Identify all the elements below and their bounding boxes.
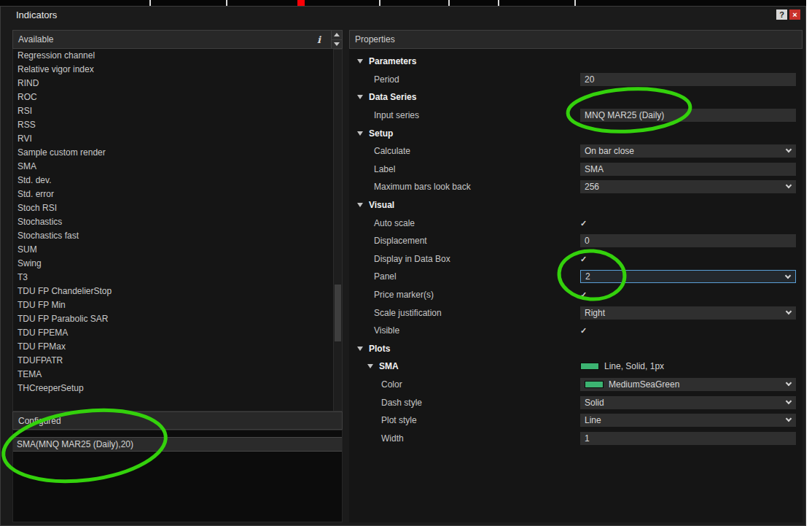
property-label-cell: Label [349,164,580,174]
available-item[interactable]: Relative vigor index [13,63,333,77]
properties-header-label: Properties [355,34,395,45]
property-dropdown[interactable]: 256 [580,180,796,193]
info-icon[interactable]: i [317,34,321,45]
property-dropdown[interactable]: Right [580,306,796,320]
property-value-cell: Line, Solid, 1px [580,361,796,371]
property-value: Right [585,308,605,318]
available-item[interactable]: Std. error [13,187,333,201]
titlebar-buttons: ? × [776,9,800,20]
available-item[interactable]: SUM [13,243,333,257]
available-item[interactable]: Stoch RSI [13,201,333,215]
scrollbar-thumb[interactable] [335,285,341,341]
property-value-cell: 1 [580,432,796,445]
property-label-cell: Displacement [349,236,580,246]
available-item[interactable]: TDU FP Min [13,298,333,312]
collapse-arrow-icon[interactable] [357,203,363,207]
checkbox[interactable]: ✓ [580,255,587,263]
property-row: LabelSMA [349,160,803,179]
available-item[interactable]: TDU FPMax [13,340,333,354]
property-row: Dash styleSolid [349,393,803,411]
property-value-cell: On bar close [580,144,796,158]
checkbox[interactable]: ✓ [580,326,587,335]
property-dropdown[interactable]: 2 [580,270,796,283]
collapse-arrow-icon[interactable] [357,59,363,63]
property-row: Setup [349,124,803,142]
available-item[interactable]: Std. dev. [13,174,333,187]
property-value: Line [585,415,601,425]
property-value-cell: ✓ [580,326,796,335]
arrow-up-icon [334,33,340,36]
chevron-down-icon [786,398,792,403]
property-label: Calculate [349,146,410,156]
background-app-strip [0,0,806,6]
configured-item[interactable]: SMA(MNQ MAR25 (Daily),20) [13,437,342,452]
property-text-input[interactable]: 0 [580,234,796,247]
strip-red-indicator [297,0,305,6]
available-item[interactable]: TDU FPEMA [13,326,333,340]
property-row: Scale justificationRight [349,303,803,322]
available-item[interactable]: TDU FP Parabolic SAR [13,312,333,326]
property-row: Visible✓ [349,322,803,340]
property-label-cell: Setup [349,128,580,139]
properties-header: Properties [349,30,803,49]
property-text-input[interactable]: 20 [580,73,796,86]
dialog-titlebar[interactable]: Indicators ? × [1,7,805,24]
available-item[interactable]: RIND [13,77,333,90]
available-item[interactable]: TEMA [13,368,333,382]
property-value-cell: MNQ MAR25 (Daily) [580,109,796,122]
available-item[interactable]: THCreeperSetup [13,382,333,395]
property-row: Price marker(s)✓ [349,286,803,304]
property-dropdown[interactable]: On bar close [580,144,796,158]
scroll-down-icon[interactable] [332,39,342,49]
section-label: Parameters [369,56,416,66]
property-row: Parameters [349,53,803,71]
available-scrollbar[interactable] [333,49,343,411]
property-dropdown[interactable]: Line [580,414,796,427]
property-label-cell: Visible [349,325,580,336]
property-text-input[interactable]: SMA [580,163,796,176]
collapse-arrow-icon[interactable] [357,131,363,136]
checkbox[interactable]: ✓ [580,290,587,299]
scroll-up-icon[interactable] [332,31,342,39]
property-label-cell: Input series [349,110,580,120]
list-scroll-spinner[interactable] [331,31,342,48]
available-item[interactable]: Swing [13,257,333,271]
property-value-cell: 2 [580,270,796,283]
property-value: MNQ MAR25 (Daily) [585,110,664,120]
checkbox[interactable]: ✓ [580,219,587,228]
available-item[interactable]: RVI [13,132,333,146]
property-row: Maximum bars look back256 [349,178,803,196]
help-button[interactable]: ? [776,9,787,20]
available-item[interactable]: RSI [13,104,333,118]
property-label: Visible [349,325,399,336]
available-item[interactable]: Stochastics fast [13,229,333,243]
property-row: Panel2 [349,268,803,286]
collapse-arrow-icon[interactable] [367,364,373,368]
property-value-cell: SMA [580,163,796,176]
available-item[interactable]: TDUFPATR [13,354,333,368]
property-text-input[interactable]: 1 [580,432,796,445]
property-row: Display in Data Box✓ [349,250,803,268]
available-item[interactable]: T3 [13,271,333,285]
property-dropdown[interactable]: Solid [580,396,796,409]
available-item[interactable]: SMA [13,160,333,174]
available-item[interactable]: TDU FP ChandelierStop [13,285,333,298]
close-button[interactable]: × [789,9,800,20]
chevron-down-icon [786,416,792,422]
property-label-cell: Dash style [349,398,580,408]
property-value: 20 [585,74,594,85]
available-item[interactable]: Sample custom render [13,146,333,160]
collapse-arrow-icon[interactable] [357,95,363,99]
property-label-cell: Auto scale [349,218,580,228]
property-value: 2 [585,271,590,282]
available-item[interactable]: ROC [13,90,333,104]
property-label-cell: Plot style [349,415,580,425]
available-item[interactable]: Regression channel [13,49,333,63]
collapse-arrow-icon[interactable] [357,347,363,351]
property-label-cell: Plots [349,344,580,354]
available-item[interactable]: Stochastics [13,215,333,229]
available-item[interactable]: RSS [13,118,333,132]
property-dropdown[interactable]: MediumSeaGreen [580,378,796,391]
property-label-cell: Visual [349,200,580,210]
property-text-input[interactable]: MNQ MAR25 (Daily) [580,109,796,122]
